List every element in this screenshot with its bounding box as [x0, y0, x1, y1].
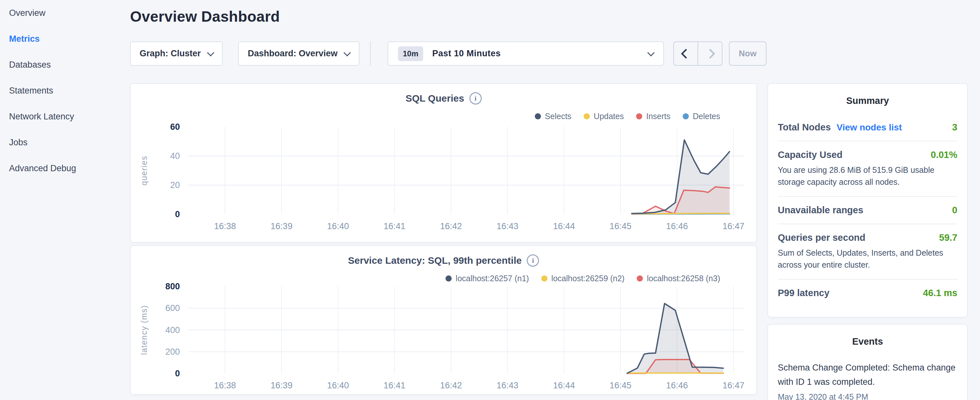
- chevron-down-icon: [344, 49, 351, 56]
- x-tick-label: 16:40: [327, 381, 349, 390]
- summary-row-label: Capacity Used: [778, 150, 843, 160]
- y-tick-label: 40: [170, 151, 180, 161]
- summary-row-label: Total Nodes: [778, 122, 831, 133]
- graph-dropdown-label: Graph: Cluster: [140, 49, 200, 59]
- events-panel: Events Schema Change Completed: Schema c…: [767, 324, 968, 400]
- x-tick-label: 16:41: [384, 222, 406, 231]
- x-tick-label: 16:46: [666, 381, 688, 390]
- y-axis-label: queries: [140, 156, 148, 186]
- sidebar-item-overview[interactable]: Overview: [0, 0, 130, 26]
- event-timestamp: May 13, 2020 at 4:45 PM: [778, 392, 957, 400]
- x-tick-label: 16:42: [440, 222, 462, 231]
- dashboard-dropdown-label: Dashboard: Overview: [248, 49, 338, 59]
- x-tick-label: 16:47: [722, 381, 745, 390]
- sidebar: OverviewMetricsDatabasesStatementsNetwor…: [0, 0, 130, 400]
- sql-queries-chart-card: SQL Queries i SelectsUpdatesInsertsDelet…: [130, 83, 757, 243]
- time-range-picker[interactable]: 10m Past 10 Minutes: [388, 41, 664, 66]
- summary-row: P99 latency46.1 ms: [778, 279, 957, 306]
- sidebar-item-jobs[interactable]: Jobs: [0, 129, 130, 155]
- time-forward-button[interactable]: [698, 42, 722, 65]
- now-button[interactable]: Now: [729, 41, 767, 66]
- summary-row: Queries per second59.7Sum of Selects, Up…: [778, 224, 957, 279]
- summary-row-value: 59.7: [939, 233, 957, 243]
- chevron-left-icon: [681, 49, 691, 59]
- y-axis-label: latency (ms): [140, 305, 148, 355]
- sidebar-item-network-latency[interactable]: Network Latency: [0, 104, 130, 129]
- x-tick-label: 16:42: [440, 381, 462, 390]
- x-tick-label: 16:44: [553, 381, 575, 390]
- time-range-label: Past 10 Minutes: [432, 49, 501, 59]
- summary-row-label: Queries per second: [778, 233, 865, 243]
- y-tick-label: 0: [175, 369, 180, 378]
- service-latency-chart[interactable]: 16:3816:3916:4016:4116:4216:4316:4416:45…: [131, 246, 758, 395]
- summary-row: Unavailable ranges0: [778, 196, 957, 224]
- event-text[interactable]: Schema Change Completed: Schema change w…: [778, 360, 957, 389]
- x-tick-label: 16:46: [666, 222, 688, 231]
- graph-dropdown[interactable]: Graph: Cluster: [130, 41, 223, 66]
- x-tick-label: 16:41: [384, 381, 406, 390]
- summary-row-description: Sum of Selects, Updates, Inserts, and De…: [778, 247, 957, 271]
- time-range-badge: 10m: [398, 46, 423, 61]
- x-tick-label: 16:47: [722, 222, 745, 231]
- x-tick-label: 16:44: [553, 222, 575, 231]
- x-tick-label: 16:38: [214, 381, 236, 390]
- summary-row-value: 46.1 ms: [923, 288, 957, 298]
- time-pager: [673, 41, 722, 66]
- toolbar-divider: [370, 41, 371, 66]
- x-tick-label: 16:39: [270, 222, 293, 231]
- view-nodes-list-link[interactable]: View nodes list: [837, 122, 902, 133]
- time-back-button[interactable]: [674, 42, 698, 65]
- y-tick-label: 600: [165, 303, 180, 313]
- summary-row-label: P99 latency: [778, 288, 830, 298]
- x-tick-label: 16:43: [496, 381, 519, 390]
- y-tick-label: 200: [165, 347, 180, 357]
- summary-row-description: You are using 28.6 MiB of 515.9 GiB usab…: [778, 164, 957, 188]
- x-tick-label: 16:45: [609, 222, 632, 231]
- sidebar-item-metrics[interactable]: Metrics: [0, 26, 130, 52]
- summary-row-value: 0.01%: [931, 150, 957, 160]
- summary-row-value: 3: [952, 122, 957, 133]
- service-latency-chart-card: Service Latency: SQL, 99th percentile i …: [130, 245, 757, 395]
- x-tick-label: 16:38: [214, 222, 236, 231]
- x-tick-label: 16:43: [496, 222, 519, 231]
- x-tick-label: 16:45: [609, 381, 632, 390]
- summary-row-value: 0: [952, 205, 957, 215]
- y-tick-label: 400: [165, 325, 180, 335]
- dashboard-dropdown[interactable]: Dashboard: Overview: [238, 41, 360, 66]
- y-tick-label: 0: [175, 209, 180, 219]
- summary-row-label: Unavailable ranges: [778, 205, 863, 215]
- chevron-down-icon: [207, 49, 214, 56]
- x-tick-label: 16:40: [327, 222, 349, 231]
- summary-row: Total NodesView nodes list3: [778, 114, 957, 141]
- summary-row: Capacity Used0.01%You are using 28.6 MiB…: [778, 141, 957, 196]
- page-title: Overview Dashboard: [130, 8, 280, 25]
- x-tick-label: 16:39: [270, 381, 293, 390]
- y-tick-label: 20: [170, 180, 180, 190]
- summary-panel: Summary Total NodesView nodes list3Capac…: [767, 83, 968, 317]
- y-tick-label: 60: [170, 122, 180, 132]
- y-tick-label: 800: [165, 282, 180, 291]
- sidebar-item-databases[interactable]: Databases: [0, 52, 130, 78]
- events-title: Events: [778, 336, 957, 347]
- chevron-down-icon: [648, 49, 655, 56]
- sidebar-item-statements[interactable]: Statements: [0, 78, 130, 104]
- sql-queries-chart[interactable]: 16:3816:3916:4016:4116:4216:4316:4416:45…: [131, 84, 758, 243]
- sidebar-item-advanced-debug[interactable]: Advanced Debug: [0, 155, 130, 181]
- summary-title: Summary: [778, 96, 957, 106]
- chevron-right-icon: [705, 49, 715, 59]
